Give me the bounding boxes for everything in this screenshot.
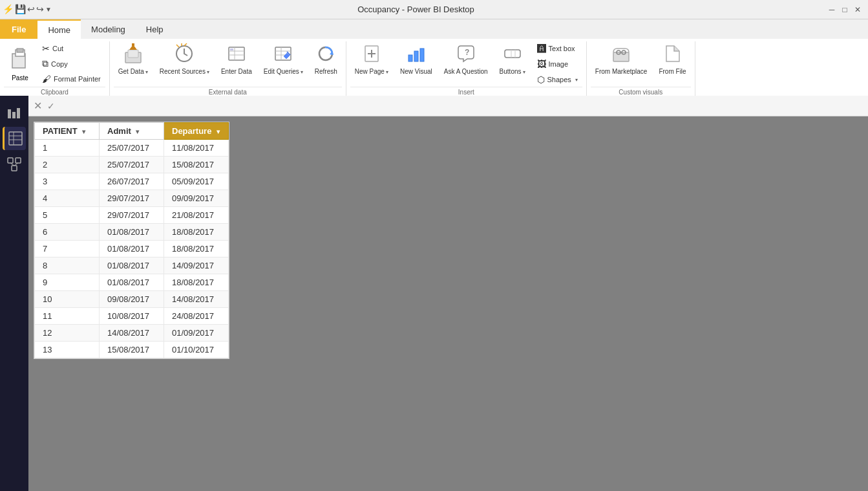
formula-confirm-button[interactable]: ✓: [47, 101, 55, 111]
image-label: Image: [549, 60, 569, 68]
format-painter-label: Format Painter: [54, 75, 101, 83]
from-marketplace-icon: [611, 43, 631, 67]
edit-queries-button[interactable]: Edit Queries▾: [259, 41, 308, 78]
enter-data-button[interactable]: Enter Data: [217, 41, 257, 78]
minimize-icon[interactable]: ─: [827, 5, 837, 15]
from-marketplace-button[interactable]: From Marketplace: [591, 41, 652, 78]
cell-departure: 21/08/2017: [164, 207, 229, 224]
formula-cancel-button[interactable]: ✕: [34, 100, 42, 112]
paste-label: Paste: [12, 74, 28, 82]
cell-departure: 15/08/2017: [164, 157, 229, 173]
column-header-departure[interactable]: Departure ▾: [164, 123, 229, 140]
refresh-icon: [315, 43, 336, 67]
cell-patient: 1: [35, 140, 100, 157]
table-body: 125/07/201711/08/2017225/07/201715/08/20…: [35, 140, 229, 358]
buttons-label: Buttons▾: [500, 68, 525, 76]
cell-admit: 10/08/2017: [100, 308, 164, 325]
redo-icon[interactable]: ↪: [36, 4, 44, 14]
column-header-admit[interactable]: Admit ▾: [100, 123, 164, 140]
new-visual-label: New Visual: [400, 68, 432, 76]
svg-rect-41: [16, 158, 21, 163]
maximize-icon[interactable]: □: [840, 5, 850, 15]
format-painter-icon: 🖌: [42, 74, 51, 84]
svg-rect-35: [17, 108, 20, 118]
model-view-icon[interactable]: [3, 153, 26, 176]
refresh-label: Refresh: [315, 68, 337, 76]
table-row[interactable]: 701/08/201718/08/2017: [35, 241, 229, 257]
cell-departure: 09/09/2017: [164, 190, 229, 207]
cell-admit: 01/08/2017: [100, 274, 164, 291]
text-box-button[interactable]: 🅰 Text box: [533, 41, 582, 56]
svg-rect-4: [128, 50, 138, 58]
table-row[interactable]: 1214/08/201701/09/2017: [35, 325, 229, 342]
quick-access-toolbar: ⚡ 💾 ↩ ↪ ▼: [3, 4, 52, 14]
svg-rect-23: [408, 55, 412, 61]
get-data-label: Get Data▾: [118, 68, 148, 76]
table-row[interactable]: 225/07/201715/08/2017: [35, 157, 229, 173]
cell-patient: 2: [35, 157, 100, 173]
buttons-button[interactable]: Buttons▾: [495, 41, 530, 78]
paste-button[interactable]: Paste: [4, 41, 36, 86]
tab-help[interactable]: Help: [136, 19, 174, 39]
table-row[interactable]: 326/07/201705/09/2017: [35, 173, 229, 190]
new-visual-button[interactable]: New Visual: [396, 41, 437, 78]
ribbon: File Home Modeling Help: [0, 19, 868, 98]
column-header-patient[interactable]: PATIENT ▾: [35, 123, 100, 140]
table-row[interactable]: 601/08/201718/08/2017: [35, 224, 229, 241]
cell-admit: 14/08/2017: [100, 325, 164, 342]
cell-admit: 15/08/2017: [100, 342, 164, 358]
from-file-button[interactable]: From File: [654, 41, 690, 78]
recent-sources-button[interactable]: Recent Sources▾: [155, 41, 214, 78]
text-box-icon: 🅰: [537, 43, 546, 54]
from-file-label: From File: [659, 68, 686, 76]
table-row[interactable]: 529/07/201721/08/2017: [35, 207, 229, 224]
image-button[interactable]: 🖼 Image: [533, 57, 582, 71]
report-view-icon[interactable]: [3, 101, 26, 124]
get-data-button[interactable]: Get Data▾: [114, 41, 153, 78]
title-bar: ⚡ 💾 ↩ ↪ ▼ Occupancy - Power BI Desktop ─…: [0, 0, 868, 19]
table-row[interactable]: 901/08/201718/08/2017: [35, 274, 229, 291]
clipboard-group: Paste ✂ Cut ⧉ Copy 🖌: [0, 41, 110, 98]
svg-rect-6: [132, 43, 134, 46]
table-row[interactable]: 429/07/201709/09/2017: [35, 190, 229, 207]
close-icon[interactable]: ✕: [852, 5, 863, 15]
paste-icon: [10, 46, 30, 74]
table-row[interactable]: 125/07/201711/08/2017: [35, 140, 229, 157]
save-icon[interactable]: 💾: [15, 4, 26, 14]
buttons-icon: [502, 43, 523, 67]
cell-departure: 18/08/2017: [164, 274, 229, 291]
svg-rect-30: [613, 52, 629, 61]
tab-modeling[interactable]: Modeling: [81, 19, 136, 39]
format-painter-button[interactable]: 🖌 Format Painter: [37, 72, 105, 86]
image-icon: 🖼: [537, 59, 546, 69]
cell-patient: 6: [35, 224, 100, 241]
data-view-icon[interactable]: [3, 127, 26, 150]
undo-icon[interactable]: ↩: [27, 4, 35, 14]
dropdown-icon[interactable]: ▼: [45, 6, 52, 13]
data-table: PATIENT ▾ Admit ▾ Departure ▾ 125/07/201…: [34, 122, 229, 358]
from-file-icon: [662, 43, 683, 67]
copy-button[interactable]: ⧉ Copy: [37, 56, 105, 71]
tab-file[interactable]: File: [0, 19, 37, 39]
svg-rect-2: [17, 49, 23, 52]
ask-question-label: Ask A Question: [444, 68, 488, 76]
recent-sources-icon: [174, 43, 195, 67]
table-row[interactable]: 1315/08/201701/10/2017: [35, 342, 229, 358]
table-row[interactable]: 801/08/201714/09/2017: [35, 257, 229, 274]
cut-button[interactable]: ✂ Cut: [37, 41, 105, 56]
cell-patient: 13: [35, 342, 100, 358]
svg-rect-33: [8, 109, 11, 118]
cell-departure: 18/08/2017: [164, 241, 229, 257]
cell-admit: 09/08/2017: [100, 291, 164, 308]
new-page-button[interactable]: New Page▾: [350, 41, 393, 78]
ask-question-icon: ?: [456, 43, 476, 67]
svg-rect-36: [9, 132, 22, 145]
shapes-label: Shapes: [547, 76, 571, 83]
ask-question-button[interactable]: ? Ask A Question: [439, 41, 492, 78]
table-row[interactable]: 1009/08/201714/08/2017: [35, 291, 229, 308]
table-row[interactable]: 1110/08/201724/08/2017: [35, 308, 229, 325]
refresh-button[interactable]: Refresh: [310, 41, 342, 78]
shapes-button[interactable]: ⬡ Shapes ▾: [533, 72, 582, 87]
app-icon: ⚡: [3, 4, 14, 14]
tab-home[interactable]: Home: [37, 19, 81, 39]
